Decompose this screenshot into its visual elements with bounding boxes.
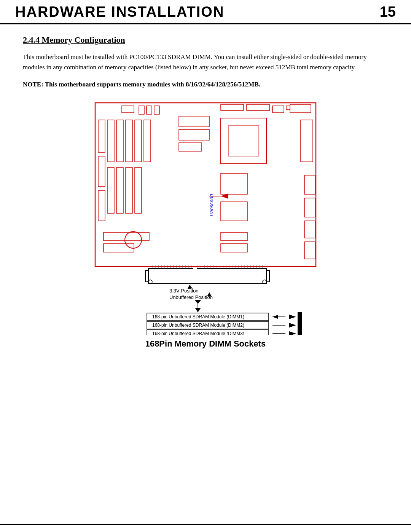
body-paragraph: This motherboard must be installed with … <box>23 52 388 72</box>
svg-marker-91 <box>195 300 201 304</box>
svg-rect-10 <box>98 120 105 152</box>
svg-rect-19 <box>116 168 123 213</box>
svg-rect-37 <box>304 221 315 238</box>
svg-rect-17 <box>144 120 151 162</box>
svg-rect-12 <box>98 190 105 221</box>
page-number: 15 <box>380 4 396 20</box>
svg-rect-1 <box>122 106 134 113</box>
svg-rect-6 <box>247 104 269 110</box>
svg-text:3.3V Position: 3.3V Position <box>169 288 199 294</box>
diagram-container: Transcend <box>23 99 388 349</box>
svg-rect-0 <box>95 103 316 267</box>
footer-line <box>0 524 411 525</box>
svg-rect-14 <box>116 120 123 162</box>
svg-rect-80 <box>193 268 197 270</box>
svg-marker-102 <box>289 323 296 328</box>
main-content: 2.4.4 Memory Configuration This motherbo… <box>0 24 411 363</box>
svg-rect-13 <box>107 120 114 162</box>
note-paragraph: NOTE: This motherboard supports memory m… <box>23 79 388 89</box>
svg-rect-27 <box>179 116 209 127</box>
svg-point-30 <box>125 232 142 248</box>
svg-rect-22 <box>221 118 266 164</box>
svg-rect-25 <box>221 202 247 221</box>
svg-marker-93 <box>195 308 201 312</box>
section-heading: 2.4.4 Memory Configuration <box>23 35 388 45</box>
svg-marker-98 <box>289 315 296 319</box>
svg-rect-29 <box>179 143 202 151</box>
page-header: HARDWARE INSTALLATION 15 <box>0 0 411 24</box>
svg-rect-18 <box>107 168 114 213</box>
svg-text:168-pin Unbuffered SDRAM Modul: 168-pin Unbuffered SDRAM Module (DIMM3) <box>152 331 244 335</box>
svg-rect-36 <box>304 198 315 217</box>
svg-rect-24 <box>221 173 247 194</box>
svg-rect-31 <box>104 232 149 241</box>
svg-rect-8 <box>290 104 311 113</box>
dimm-caption: 168Pin Memory DIMM Sockets <box>145 339 266 349</box>
svg-rect-32 <box>104 244 134 252</box>
svg-rect-7 <box>272 106 284 113</box>
svg-rect-107 <box>298 312 302 335</box>
svg-rect-84 <box>266 270 269 282</box>
svg-rect-23 <box>228 126 259 156</box>
svg-rect-21 <box>135 168 142 213</box>
svg-rect-28 <box>179 129 209 140</box>
svg-marker-106 <box>289 331 296 335</box>
svg-text:168-pin Unbuffered SDRAM Modul: 168-pin Unbuffered SDRAM Module (DIMM1) <box>152 314 244 320</box>
svg-rect-11 <box>98 156 105 187</box>
svg-rect-33 <box>221 232 247 241</box>
svg-rect-15 <box>126 120 132 162</box>
svg-rect-16 <box>135 120 142 162</box>
svg-text:168-pin Unbuffered SDRAM Modul: 168-pin Unbuffered SDRAM Module (DIMM2) <box>152 323 244 328</box>
svg-rect-34 <box>221 244 247 252</box>
svg-text:Transcend: Transcend <box>209 193 214 217</box>
svg-rect-83 <box>145 270 148 282</box>
svg-rect-42 <box>148 268 266 284</box>
svg-rect-38 <box>304 242 315 259</box>
svg-rect-2 <box>139 106 144 114</box>
motherboard-diagram: Transcend <box>72 99 339 335</box>
svg-rect-4 <box>154 106 159 114</box>
svg-rect-9 <box>286 106 290 110</box>
svg-rect-5 <box>221 104 244 110</box>
page-title: HARDWARE INSTALLATION <box>15 4 224 20</box>
svg-rect-26 <box>301 120 313 162</box>
svg-rect-3 <box>147 106 152 114</box>
svg-text:Unbuffered Position: Unbuffered Position <box>169 294 213 300</box>
svg-rect-20 <box>126 168 132 213</box>
svg-point-82 <box>263 280 266 284</box>
svg-rect-35 <box>304 175 315 194</box>
svg-point-81 <box>148 280 152 284</box>
